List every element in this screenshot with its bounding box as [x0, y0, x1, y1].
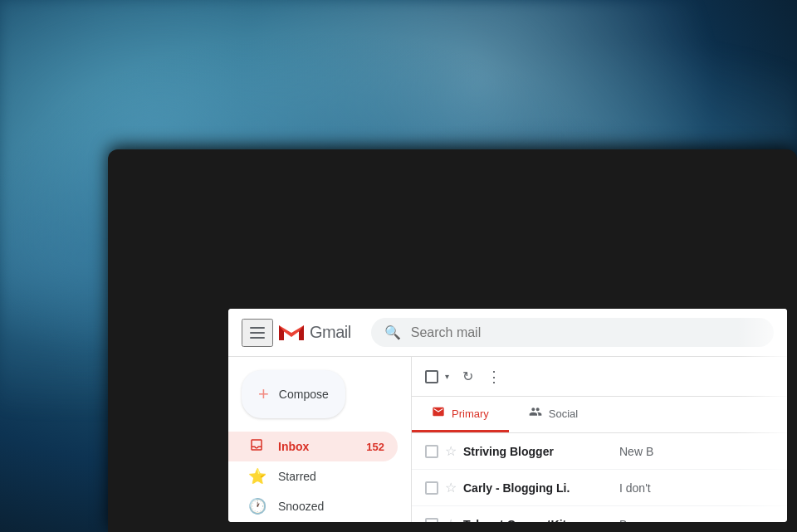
refresh-button[interactable]: ↻	[462, 368, 473, 384]
star-icon-3[interactable]: ☆	[445, 516, 457, 522]
sidebar-item-starred[interactable]: ⭐ Starred	[228, 461, 398, 491]
social-tab-icon	[529, 405, 542, 422]
sidebar: + Compose Inbox 152 ⭐ Starred	[228, 357, 411, 522]
email-tabs: Primary Social	[412, 397, 787, 433]
email-sender-1: Striving Blogger	[463, 445, 613, 458]
tab-primary[interactable]: Primary	[412, 397, 509, 432]
email-checkbox-1[interactable]	[425, 445, 438, 458]
gmail-logo: Gmail	[276, 318, 351, 348]
sidebar-item-sent[interactable]: ➤ Sent	[228, 521, 398, 522]
inbox-icon	[248, 437, 265, 456]
select-all-checkbox[interactable]	[425, 370, 438, 383]
email-sender-2: Carly - Blogging Li.	[463, 481, 613, 495]
sidebar-item-inbox[interactable]: Inbox 152	[228, 432, 398, 461]
select-chevron-icon[interactable]: ▾	[445, 372, 449, 381]
email-area: ▾ ↻ ⋮ Primary	[411, 357, 787, 522]
starred-icon: ⭐	[248, 467, 265, 486]
email-snippet-1: New B	[619, 445, 774, 458]
gmail-screen: Gmail 🔍 + Compose Inbox	[228, 309, 787, 522]
search-bar[interactable]: 🔍	[371, 318, 774, 347]
social-tab-label: Social	[549, 408, 578, 420]
email-sender-3: Tyler at ConvertKit	[463, 518, 613, 523]
primary-tab-label: Primary	[452, 408, 489, 420]
main-content: + Compose Inbox 152 ⭐ Starred	[228, 357, 787, 522]
email-checkbox-2[interactable]	[425, 481, 438, 495]
gmail-m-icon	[276, 318, 306, 348]
gmail-title: Gmail	[310, 323, 351, 342]
more-options-button[interactable]: ⋮	[487, 368, 501, 386]
email-list: ☆ Striving Blogger New B ☆ Carly - Blogg…	[412, 433, 787, 522]
search-input[interactable]	[411, 325, 760, 340]
hamburger-line-2	[250, 332, 265, 334]
email-checkbox-3[interactable]	[425, 518, 438, 523]
gmail-header: Gmail 🔍	[228, 309, 787, 357]
primary-tab-icon	[432, 405, 445, 422]
search-icon: 🔍	[384, 325, 401, 340]
star-icon-1[interactable]: ☆	[445, 443, 457, 459]
inbox-label: Inbox	[278, 440, 353, 453]
hamburger-line-1	[250, 327, 265, 329]
compose-plus-icon: +	[258, 383, 269, 405]
email-snippet-2: I don't	[619, 481, 774, 495]
email-toolbar: ▾ ↻ ⋮	[412, 357, 787, 397]
tab-social[interactable]: Social	[509, 397, 598, 432]
sidebar-item-snoozed[interactable]: 🕐 Snoozed	[228, 491, 398, 521]
table-row[interactable]: ☆ Striving Blogger New B	[412, 433, 787, 470]
starred-label: Starred	[278, 470, 384, 483]
snoozed-label: Snoozed	[278, 500, 384, 513]
laptop-bezel: Gmail 🔍 + Compose Inbox	[108, 149, 797, 532]
compose-button[interactable]: + Compose	[242, 370, 345, 418]
email-snippet-3: Bypass	[619, 518, 774, 523]
hamburger-line-3	[250, 337, 265, 339]
star-icon-2[interactable]: ☆	[445, 480, 457, 495]
table-row[interactable]: ☆ Carly - Blogging Li. I don't	[412, 470, 787, 506]
inbox-count: 152	[366, 441, 384, 453]
snoozed-icon: 🕐	[248, 497, 265, 515]
table-row[interactable]: ☆ Tyler at ConvertKit Bypass	[412, 506, 787, 522]
compose-label: Compose	[279, 388, 329, 401]
hamburger-menu-button[interactable]	[242, 319, 273, 347]
